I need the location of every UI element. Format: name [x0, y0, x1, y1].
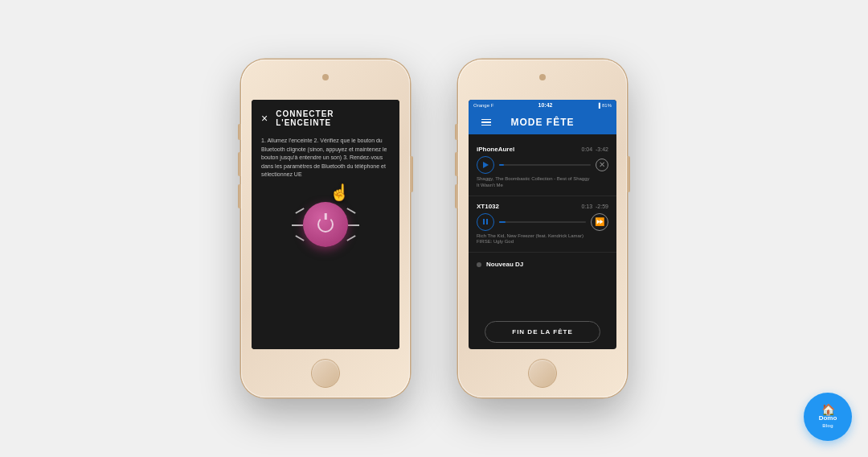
battery-text: 81% [602, 103, 612, 108]
queue-controls-row: ⏩ [477, 213, 608, 231]
remaining-time: -2:59 [596, 204, 608, 209]
shine-line [348, 224, 359, 226]
phone-1: × CONNECTER L'ENCEINTE 1. Allumez l'ence… [241, 60, 410, 397]
time-info: 0:04 -3:42 [581, 146, 608, 152]
hamburger-line [481, 125, 491, 126]
queue-item: XT1032 0:13 -2:59 [469, 196, 616, 253]
play-button[interactable] [477, 156, 494, 174]
phone1-title: CONNECTER L'ENCEINTE [276, 109, 390, 127]
phones-container: × CONNECTER L'ENCEINTE 1. Allumez l'ence… [241, 60, 627, 397]
play-icon [483, 162, 489, 168]
badge-text: DomoBlog [819, 415, 837, 430]
skip-icon: ⏩ [595, 217, 604, 226]
progress-bar [499, 221, 586, 223]
time-info: 0:13 -2:59 [581, 204, 608, 209]
current-time: 0:13 [581, 204, 592, 209]
shine-line [292, 224, 303, 226]
volume-up-button [238, 152, 241, 176]
blog-text: Blog [822, 423, 833, 428]
menu-icon[interactable] [481, 119, 491, 126]
signal-icon: ▐ [597, 103, 600, 108]
pause-bar [483, 219, 485, 224]
volume-down-button [238, 184, 241, 208]
carrier-text: Orange F [473, 103, 493, 108]
phone2-screen: Orange F 10:42 ▐ 81% MODE FÊTE [469, 100, 616, 349]
progress-fill [499, 221, 506, 223]
device-name: XT1032 [477, 203, 499, 210]
current-time: 0:04 [581, 146, 592, 152]
speaker-body [303, 202, 348, 247]
time-text: 10:42 [538, 102, 553, 108]
device-name: iPhoneAurel [477, 146, 514, 153]
close-icon[interactable]: × [261, 112, 268, 125]
shine-line [295, 208, 304, 214]
skip-button[interactable]: ⏩ [591, 213, 608, 231]
volume-down-button-2 [455, 184, 458, 208]
hand-cursor-icon: ☝️ [330, 183, 350, 202]
volume-up-button-2 [455, 152, 458, 176]
domo-blog-badge: 🏠 DomoBlog [804, 393, 852, 441]
queue-item: iPhoneAurel 0:04 -3:42 [469, 139, 616, 196]
remove-button[interactable]: ✕ [596, 159, 608, 171]
shine-line [346, 208, 355, 214]
app-title: MODE FÊTE [510, 117, 574, 128]
app-header: MODE FÊTE [469, 110, 616, 134]
hamburger-line [481, 119, 491, 121]
progress-bar [499, 164, 591, 166]
remaining-time: -3:42 [596, 146, 608, 152]
power-button [410, 156, 413, 192]
power-button-2 [627, 156, 630, 192]
mute-button [238, 124, 241, 140]
phone1-screen-wrapper: × CONNECTER L'ENCEINTE 1. Allumez l'ence… [252, 100, 399, 349]
mute-button-2 [455, 124, 458, 140]
status-bar: Orange F 10:42 ▐ 81% [469, 100, 616, 110]
phone2-screen-wrapper: Orange F 10:42 ▐ 81% MODE FÊTE [469, 100, 616, 349]
new-dj-label: Nouveau DJ [486, 261, 523, 268]
queue-item-header: XT1032 0:13 -2:59 [477, 203, 608, 210]
power-icon [317, 216, 334, 233]
song-info: Rich The Kid, New Freezer (feat. Kendric… [477, 233, 608, 246]
pause-icon [483, 219, 488, 224]
new-dj-indicator [477, 262, 481, 267]
phone1-header: × CONNECTER L'ENCEINTE [261, 109, 390, 127]
hamburger-line [481, 121, 491, 123]
pause-bar [486, 219, 488, 224]
phone1-screen: × CONNECTER L'ENCEINTE 1. Allumez l'ence… [252, 100, 399, 349]
pause-button[interactable] [477, 213, 494, 231]
speaker-illustration: ☝️ [261, 192, 390, 257]
phone1-instructions: 1. Allumez l'enceinte 2. Vérifiez que le… [261, 137, 390, 179]
phone-2: Orange F 10:42 ▐ 81% MODE FÊTE [458, 60, 627, 397]
status-icons: ▐ 81% [597, 103, 612, 108]
shine-line [346, 235, 355, 241]
home-button[interactable] [311, 359, 340, 388]
shine-line [295, 235, 304, 241]
home-button-2[interactable] [528, 359, 557, 388]
progress-fill [499, 164, 504, 166]
house-icon: 🏠 [821, 404, 835, 415]
queue-controls-row: ✕ [477, 156, 608, 174]
song-info: Shaggy, The Boombastic Collection - Best… [477, 176, 608, 189]
new-dj-section: Nouveau DJ [469, 253, 616, 276]
end-party-button[interactable]: FIN DE LA FÊTE [485, 321, 600, 343]
speaker-glow: ☝️ [293, 192, 358, 257]
queue-item-header: iPhoneAurel 0:04 -3:42 [477, 146, 608, 153]
queue-list: iPhoneAurel 0:04 -3:42 [469, 134, 616, 315]
